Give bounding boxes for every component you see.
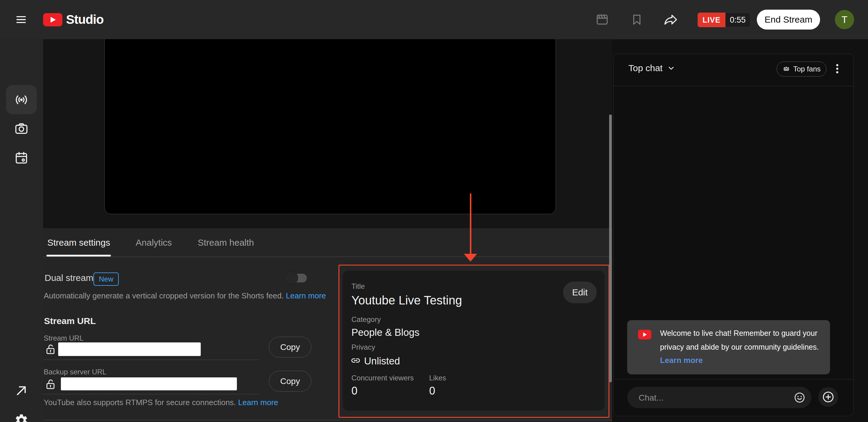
backup-server-url-label: Backup server URL [44, 368, 106, 376]
brand-text: Studio [66, 12, 104, 27]
top-fans-label: Top fans [793, 65, 821, 73]
bottom-divider [43, 420, 612, 420]
chat-header-divider [614, 86, 854, 86]
dual-stream-toggle[interactable] [284, 271, 309, 285]
edit-button[interactable]: Edit [563, 281, 597, 303]
sidebar-item-schedule[interactable] [14, 150, 29, 165]
chevron-down-icon [667, 64, 676, 73]
smiley-icon [793, 391, 806, 404]
sidebar-item-camera[interactable] [14, 121, 29, 136]
live-label: LIVE [698, 13, 725, 27]
annotation-arrow-head [464, 254, 477, 262]
left-sidebar [0, 39, 43, 422]
arrow-up-right-icon [14, 384, 29, 398]
youtube-studio-logo[interactable]: Studio [43, 12, 104, 27]
likes-label: Likes [429, 374, 446, 382]
dual-stream-learn-more-link[interactable]: Learn more [286, 291, 326, 300]
title-label: Title [351, 282, 365, 291]
category-label: Category [351, 315, 381, 324]
stream-url-value-redacted[interactable] [58, 342, 201, 356]
concurrent-viewers-label: Concurrent viewers [351, 374, 414, 382]
field-divider [43, 360, 259, 360]
account-avatar[interactable]: T [835, 10, 854, 29]
stream-category: People & Blogs [351, 327, 420, 338]
clapperboard-icon [595, 13, 609, 27]
dual-stream-description: Automatically generate a vertical croppe… [44, 291, 326, 301]
chat-input-container [627, 387, 811, 408]
chat-input[interactable] [638, 387, 784, 409]
stream-url-label: Stream URL [44, 334, 84, 342]
broadcast-icon [14, 92, 29, 107]
camera-icon [14, 121, 29, 136]
hamburger-icon [14, 13, 28, 26]
live-timer: 0:55 [725, 13, 750, 27]
crown-icon [782, 65, 790, 73]
share-arrow-icon [663, 12, 679, 28]
top-fans-button[interactable]: Top fans [777, 61, 827, 77]
main-scrollbar-thumb[interactable] [609, 115, 612, 382]
sidebar-item-live[interactable] [14, 92, 29, 107]
chat-menu-button[interactable] [831, 62, 844, 76]
concurrent-viewers-value: 0 [351, 385, 358, 397]
toggle-knob [284, 271, 298, 284]
new-badge: New [93, 272, 119, 286]
lock-open-icon [44, 378, 57, 391]
live-badge: LIVE 0:55 [698, 12, 750, 27]
rtmps-note: YouTube also supports RTMPS for secure c… [44, 398, 278, 407]
youtube-play-icon [638, 330, 651, 339]
link-icon [350, 355, 361, 366]
sidebar-item-settings[interactable] [14, 413, 29, 422]
youtube-studio-live-dashboard: Studio LIVE 0:55 End Stream T [0, 0, 868, 422]
tab-stream-health[interactable]: Stream health [198, 238, 254, 248]
stream-privacy: Unlisted [364, 355, 400, 367]
clapperboard-button[interactable] [595, 13, 609, 27]
youtube-play-icon [43, 13, 62, 27]
copy-stream-url-button[interactable]: Copy [269, 337, 311, 358]
stream-title: Youtube Live Testing [351, 294, 462, 307]
tab-analytics[interactable]: Analytics [135, 238, 172, 248]
backup-url-value-redacted[interactable] [61, 378, 237, 390]
chat-filter-label: Top chat [628, 63, 662, 73]
copy-backup-url-button[interactable]: Copy [269, 371, 311, 392]
privacy-label: Privacy [351, 343, 375, 352]
gear-icon [14, 413, 29, 422]
plus-circle-icon [822, 390, 835, 403]
end-stream-button[interactable]: End Stream [757, 10, 820, 30]
field-divider [43, 394, 259, 394]
calendar-icon [14, 150, 29, 165]
live-video-preview [104, 39, 556, 214]
likes-value: 0 [429, 385, 435, 397]
lock-open-icon [44, 343, 57, 356]
tab-divider [43, 257, 612, 257]
top-bar: Studio LIVE 0:55 End Stream T [0, 0, 868, 39]
share-button[interactable] [663, 12, 679, 28]
sidebar-item-open-external[interactable] [14, 384, 29, 398]
dual-stream-label: Dual stream [44, 273, 93, 283]
tab-stream-settings[interactable]: Stream settings [47, 238, 110, 248]
chat-add-button[interactable] [818, 387, 838, 407]
stream-url-heading: Stream URL [44, 316, 96, 326]
chat-input-divider [614, 379, 854, 380]
annotation-arrow-line [470, 193, 471, 254]
kebab-menu-icon [831, 62, 844, 76]
bookmark-button[interactable] [630, 13, 644, 27]
chat-welcome-message: Welcome to live chat! Remember to guard … [660, 326, 825, 354]
chat-learn-more-link[interactable]: Learn more [660, 356, 703, 365]
menu-button[interactable] [14, 13, 28, 26]
chat-filter-dropdown[interactable]: Top chat [628, 63, 676, 73]
emoji-button[interactable] [793, 391, 806, 404]
rtmps-learn-more-link[interactable]: Learn more [238, 398, 278, 407]
bookmark-icon [630, 13, 644, 27]
